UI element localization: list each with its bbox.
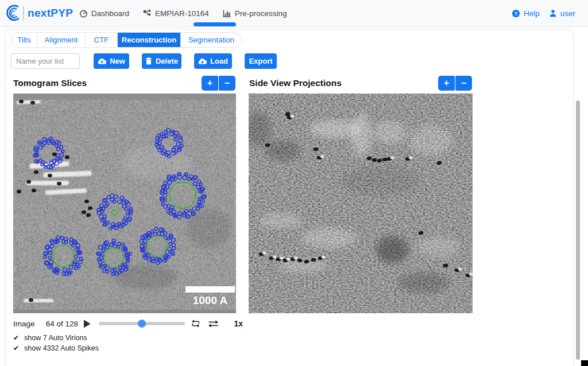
load-button-label: Load bbox=[210, 57, 228, 65]
nextpyp-logo-icon bbox=[5, 3, 22, 23]
scale-bar-label: 1000 A bbox=[193, 294, 228, 306]
repeat-button[interactable] bbox=[191, 319, 200, 328]
side-view-zoom-out-button[interactable]: − bbox=[455, 76, 472, 91]
user-label: user bbox=[560, 9, 575, 18]
help-label: Help bbox=[524, 9, 540, 18]
nav-item-dashboard[interactable]: Dashboard bbox=[79, 9, 129, 18]
brand-name: nextPYP bbox=[28, 7, 73, 20]
new-button[interactable]: New bbox=[94, 53, 129, 69]
tomogram-zoom-controls: + − bbox=[202, 76, 235, 91]
show-spikes-label: show 4332 Auto Spikes bbox=[24, 344, 99, 352]
side-view-zoom-controls: + − bbox=[438, 76, 472, 91]
show-virions-checkbox[interactable]: ✔ show 7 Auto Virions bbox=[13, 334, 87, 342]
active-nav-indicator bbox=[194, 22, 236, 26]
tomogram-slice-image[interactable]: 1000 A bbox=[13, 94, 236, 313]
chart-icon bbox=[223, 9, 231, 18]
show-virions-label: show 7 Auto Virions bbox=[24, 334, 87, 342]
project-nodes-icon bbox=[143, 9, 152, 18]
slider-thumb[interactable] bbox=[138, 320, 146, 328]
player-image-label: Image bbox=[13, 320, 46, 328]
nav-item-project[interactable]: EMPIAR-10164 bbox=[143, 9, 209, 18]
app-window: nextPYP Dashboard EMPIAR-10164 bbox=[0, 0, 588, 366]
user-menu[interactable]: user bbox=[549, 9, 575, 18]
slice-slider[interactable] bbox=[99, 320, 183, 328]
tab-ctf[interactable]: CTF bbox=[86, 33, 118, 47]
brand-divider bbox=[23, 6, 24, 21]
brand-logo[interactable]: nextPYP bbox=[5, 3, 73, 24]
list-name-input[interactable] bbox=[11, 53, 80, 69]
vertical-scrollbar-thumb[interactable] bbox=[576, 100, 580, 360]
help-link[interactable]: ? Help bbox=[512, 9, 540, 18]
delete-button-label: Delete bbox=[156, 57, 178, 65]
nav-label: EMPIAR-10164 bbox=[155, 9, 209, 18]
nav-label: Pre-processing bbox=[235, 9, 287, 18]
nav-label: Dashboard bbox=[91, 9, 129, 18]
user-icon bbox=[549, 9, 557, 17]
content-card: Tilts Alignment CTF Reconstruction Segme… bbox=[5, 29, 574, 366]
help-icon: ? bbox=[512, 9, 520, 18]
check-icon: ✔ bbox=[13, 344, 19, 352]
tab-reconstruction[interactable]: Reconstruction bbox=[118, 33, 181, 47]
screen-corner-artifact bbox=[581, 360, 588, 366]
nav-item-preprocessing[interactable]: Pre-processing bbox=[223, 9, 287, 18]
swap-arrows-icon bbox=[208, 320, 219, 328]
main-nav: Dashboard EMPIAR-10164 Pre-proce bbox=[79, 0, 287, 26]
delete-button[interactable]: Delete bbox=[142, 53, 181, 69]
view-tabs: Tilts Alignment CTF Reconstruction Segme… bbox=[11, 32, 242, 48]
top-navbar: nextPYP Dashboard EMPIAR-10164 bbox=[0, 0, 588, 27]
svg-text:?: ? bbox=[514, 10, 518, 16]
player-position: 64 of 128 bbox=[46, 320, 81, 328]
new-button-label: New bbox=[110, 57, 125, 65]
direction-button[interactable] bbox=[208, 320, 219, 328]
nav-right: ? Help user bbox=[512, 0, 575, 26]
dashboard-icon bbox=[79, 9, 88, 18]
export-button[interactable]: Export bbox=[245, 53, 277, 69]
side-view-panel-title: Side View Projections bbox=[249, 78, 342, 88]
tomogram-zoom-out-button[interactable]: − bbox=[219, 76, 235, 91]
show-spikes-checkbox[interactable]: ✔ show 4332 Auto Spikes bbox=[13, 344, 99, 352]
slice-player: Image 64 of 128 bbox=[13, 316, 243, 331]
repeat-icon bbox=[191, 319, 200, 328]
play-icon bbox=[83, 320, 91, 328]
tomogram-zoom-in-button[interactable]: + bbox=[202, 76, 218, 91]
play-button[interactable] bbox=[83, 320, 91, 328]
load-button[interactable]: Load bbox=[194, 53, 232, 69]
tab-segmentation[interactable]: Segmentation bbox=[181, 33, 242, 47]
tab-tilts[interactable]: Tilts bbox=[11, 33, 37, 47]
side-view-zoom-in-button[interactable]: + bbox=[438, 76, 455, 91]
export-button-label: Export bbox=[249, 57, 272, 65]
playback-speed[interactable]: 1x bbox=[234, 319, 243, 328]
tab-alignment[interactable]: Alignment bbox=[37, 33, 86, 47]
tomogram-panel-title: Tomogram Slices bbox=[13, 78, 87, 88]
check-icon: ✔ bbox=[13, 334, 19, 342]
side-view-image[interactable] bbox=[249, 94, 473, 313]
cloud-upload-icon bbox=[98, 58, 106, 65]
trash-icon bbox=[145, 57, 152, 65]
scale-bar bbox=[185, 286, 235, 293]
cloud-download-icon bbox=[198, 58, 207, 65]
